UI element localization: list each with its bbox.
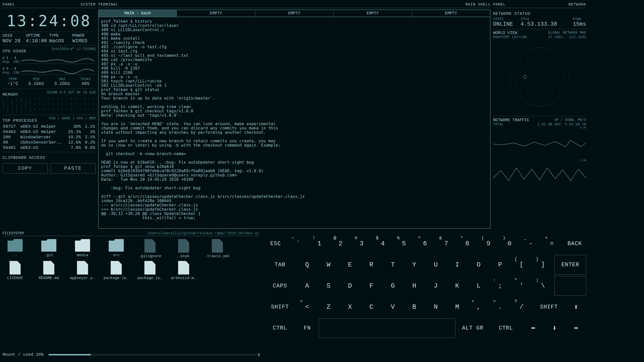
file-item[interactable]: .git <box>36 239 61 258</box>
key[interactable]: !1 <box>310 234 329 253</box>
table-row: 200WindowServer19.2%2.1% <box>3 134 96 140</box>
caps-key[interactable]: CAPS <box>264 276 296 296</box>
key[interactable]: :; <box>490 276 510 296</box>
key[interactable]: N <box>426 297 446 317</box>
file-item[interactable]: media <box>70 239 95 258</box>
traffic-chart: 0.4K 1.9K <box>493 126 586 192</box>
file-item[interactable]: LICENSE <box>3 261 28 280</box>
ctrl-left-key[interactable]: CTRL <box>264 318 296 338</box>
key[interactable]: T <box>383 255 403 275</box>
key[interactable]: >. <box>490 297 510 317</box>
process-table: 59727eDEX-UI Helper38%1.1%56402eDEX-UI H… <box>3 124 96 150</box>
globe-icon <box>493 39 586 115</box>
copy-button[interactable]: COPY <box>3 163 48 173</box>
key[interactable]: L <box>469 276 489 296</box>
key[interactable]: J <box>426 276 446 296</box>
memory-graph: . : . : : . . : : . : . : : . : : . : . … <box>3 98 96 113</box>
key[interactable]: |\ <box>533 276 553 296</box>
key[interactable]: O <box>469 255 489 275</box>
file-item[interactable]: .gitignore <box>137 239 163 258</box>
key[interactable]: ?/ <box>512 297 532 317</box>
key[interactable]: W <box>319 255 339 275</box>
key[interactable]: R <box>361 255 381 275</box>
shift-left-key[interactable]: SHIFT <box>264 297 296 317</box>
file-item[interactable]: package-lock... <box>104 261 129 280</box>
key[interactable]: Q <box>297 255 317 275</box>
tab-key[interactable]: TAB <box>264 255 296 275</box>
fn-key[interactable]: FN <box>297 318 317 338</box>
key[interactable]: ^6 <box>415 234 435 253</box>
key[interactable]: "' <box>512 276 532 296</box>
file-item[interactable]: README.md <box>36 261 61 280</box>
key[interactable]: B <box>405 297 424 317</box>
key[interactable]: I <box>447 255 467 275</box>
back-key[interactable]: BACK <box>563 234 586 253</box>
arrow-down-key[interactable]: ⬇ <box>545 318 565 338</box>
enter-body[interactable] <box>554 276 586 296</box>
virtual-keyboard: ESC~`!1@2#3$4%5^6&7*8(9)0_-+=BACKTABQWER… <box>264 231 586 357</box>
key[interactable]: M <box>447 297 467 317</box>
arrow-left-key[interactable]: ⬅ <box>523 318 543 338</box>
system-label: SYSTEM <box>80 3 96 7</box>
key[interactable]: D <box>340 276 360 296</box>
ctrl-right-key[interactable]: CTRL <box>490 318 522 338</box>
key[interactable]: F <box>361 276 381 296</box>
space-key[interactable] <box>319 318 455 338</box>
paste-button[interactable]: PASTE <box>50 163 96 173</box>
filesystem-panel: FILESYSTEM/Users/leereilly/github/releas… <box>3 231 259 357</box>
key[interactable]: (9 <box>479 234 498 253</box>
key[interactable]: &7 <box>436 234 456 253</box>
key[interactable]: %5 <box>394 234 414 253</box>
table-row: 59727eDEX-UI Helper38%1.1% <box>3 124 96 129</box>
key[interactable]: ~` <box>289 234 308 253</box>
key[interactable]: += <box>542 234 562 253</box>
key[interactable]: S <box>319 276 339 296</box>
key[interactable]: #3 <box>352 234 372 253</box>
key[interactable]: )0 <box>500 234 519 253</box>
key[interactable]: V <box>383 297 403 317</box>
terminal-tab[interactable]: EMPTY <box>334 10 412 17</box>
key[interactable]: U <box>426 255 446 275</box>
key[interactable]: $4 <box>373 234 393 253</box>
file-item[interactable]: .. <box>3 239 28 258</box>
enter-key[interactable]: ENTER <box>554 255 586 275</box>
key[interactable]: <, <box>469 297 489 317</box>
key[interactable]: G <box>383 276 403 296</box>
terminal-tab[interactable]: MAIN - bash <box>99 10 177 17</box>
key[interactable]: H <box>405 276 424 296</box>
file-item[interactable]: appveyor.yml <box>70 261 95 280</box>
file-item[interactable]: .snyk <box>171 239 196 258</box>
file-item[interactable]: .travis.yml <box>205 239 230 258</box>
key[interactable]: *8 <box>458 234 477 253</box>
arrow-up-key[interactable]: ⬆ <box>566 297 586 317</box>
terminal-tab[interactable]: EMPTY <box>412 10 490 17</box>
cpu-wave-2 <box>20 67 96 75</box>
shift-right-key[interactable]: SHIFT <box>533 297 565 317</box>
key[interactable]: Y <box>405 255 424 275</box>
esc-key[interactable]: ESC <box>264 234 287 253</box>
key[interactable]: X <box>340 297 360 317</box>
svg-point-3 <box>515 48 564 106</box>
table-row: 56401eDEX-UI7.8%0.5% <box>3 145 96 150</box>
key[interactable]: @2 <box>331 234 350 253</box>
arrow-right-key[interactable]: ➡ <box>566 318 586 338</box>
cpu-title: CPU USAGE <box>3 49 26 54</box>
key[interactable]: C <box>361 297 381 317</box>
file-item[interactable]: src <box>104 239 129 258</box>
terminal-tab[interactable]: EMPTY <box>255 10 334 17</box>
file-item[interactable]: prebuild-mini... <box>171 261 196 280</box>
terminal-output[interactable]: prof_falken $ history 488 cd /opt/LLL/co… <box>98 17 491 229</box>
key[interactable]: A <box>297 276 317 296</box>
key[interactable]: K <box>447 276 467 296</box>
mount-usage-bar <box>49 354 259 355</box>
key[interactable]: >< <box>297 297 317 317</box>
terminal-tab[interactable]: EMPTY <box>177 10 255 17</box>
key[interactable]: _- <box>521 234 541 253</box>
key[interactable]: }] <box>533 255 553 275</box>
altgr-key[interactable]: ALT GR <box>457 318 489 338</box>
file-item[interactable]: package.json <box>137 261 163 280</box>
key[interactable]: {[ <box>512 255 532 275</box>
key[interactable]: Z <box>319 297 339 317</box>
key[interactable]: E <box>340 255 360 275</box>
key[interactable]: P <box>490 255 510 275</box>
